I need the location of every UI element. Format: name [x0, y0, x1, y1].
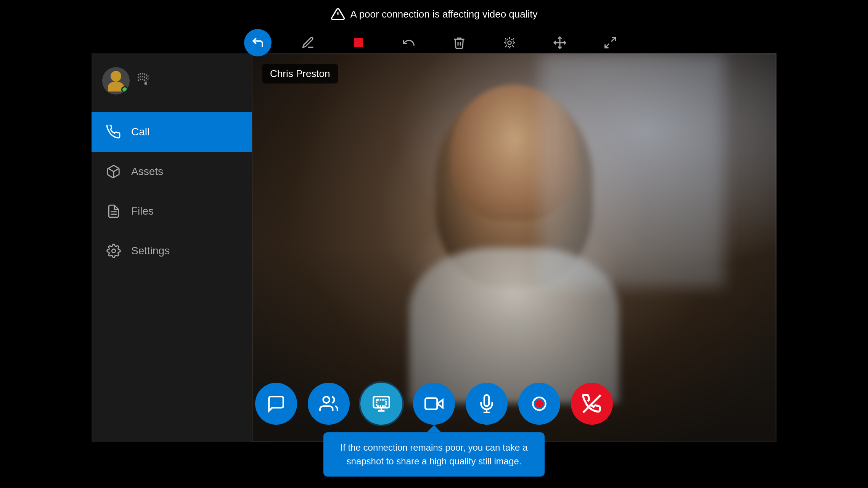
top-toolbar: [0, 23, 868, 63]
files-icon: [105, 203, 122, 220]
sidebar-item-settings[interactable]: Settings: [92, 231, 252, 271]
expand-button[interactable]: [596, 29, 624, 56]
files-label: Files: [131, 205, 154, 217]
record-button[interactable]: [518, 383, 560, 425]
warning-icon: [331, 7, 345, 21]
svg-point-13: [112, 249, 116, 253]
bottom-controls: If the connection remains poor, you can …: [0, 383, 868, 477]
svg-rect-18: [425, 398, 437, 409]
settings-gear-button[interactable]: [496, 29, 523, 56]
settings-icon: [105, 242, 122, 259]
back-button[interactable]: [244, 29, 272, 56]
svg-marker-17: [437, 400, 443, 408]
svg-line-8: [605, 44, 609, 48]
svg-point-14: [323, 396, 330, 403]
svg-point-9: [145, 83, 146, 84]
assets-label: Assets: [131, 165, 163, 178]
avatar: [102, 67, 130, 95]
svg-point-4: [506, 39, 514, 47]
assets-icon: [105, 163, 122, 180]
svg-rect-2: [354, 38, 363, 47]
call-icon: [105, 124, 122, 140]
delete-button[interactable]: [445, 29, 473, 56]
warning-text: A poor connection is affecting video qua…: [350, 8, 538, 20]
caller-name: Chris Preston: [270, 68, 330, 79]
caller-name-badge: Chris Preston: [262, 64, 338, 83]
video-button[interactable]: [413, 383, 455, 425]
sidebar-item-files[interactable]: Files: [92, 191, 252, 231]
stop-button[interactable]: [345, 29, 372, 56]
signal-icon: [137, 71, 154, 91]
pen-tool-button[interactable]: [294, 29, 322, 56]
move-button[interactable]: [546, 29, 574, 56]
online-indicator: [121, 86, 128, 93]
svg-line-7: [611, 38, 616, 42]
svg-point-3: [508, 41, 511, 45]
call-label: Call: [131, 126, 149, 138]
participants-button[interactable]: [308, 383, 350, 425]
undo-button[interactable]: [395, 29, 423, 56]
tooltip-text: If the connection remains poor, you can …: [341, 442, 528, 466]
sidebar-item-call[interactable]: Call: [92, 112, 252, 152]
sidebar-item-assets[interactable]: Assets: [92, 152, 252, 191]
mute-button[interactable]: [466, 383, 508, 425]
end-call-button[interactable]: [571, 383, 613, 425]
chat-button[interactable]: [255, 383, 297, 425]
settings-label: Settings: [131, 245, 170, 257]
control-buttons-row: [255, 383, 613, 425]
svg-rect-16: [377, 400, 386, 406]
snapshot-button[interactable]: [360, 383, 402, 425]
tooltip-box: If the connection remains poor, you can …: [323, 432, 545, 477]
svg-point-22: [535, 400, 543, 408]
